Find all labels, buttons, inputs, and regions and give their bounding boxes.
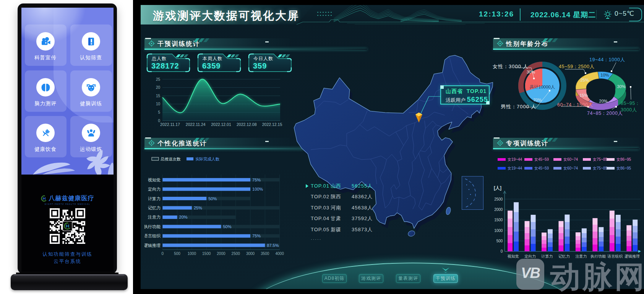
special-training-chart: 女19~44女45~59女60~74女75~85女86~95女19~44女45~…: [493, 151, 644, 262]
svg-text:20%: 20%: [599, 99, 608, 103]
svg-text:视知觉: 视知觉: [508, 254, 519, 258]
svg-text:5: 5: [158, 110, 160, 114]
brand-logo-icon: [41, 195, 47, 202]
kiosk-base-highlight: [14, 274, 125, 276]
svg-text:女86~95: 女86~95: [616, 157, 631, 162]
svg-text:50%: 50%: [208, 196, 217, 201]
kiosk-tile-2[interactable]: 认知筛查: [70, 24, 112, 66]
donut-callout-19-44: 19~44：1000人: [589, 57, 625, 63]
svg-text:定向力: 定向力: [148, 187, 161, 191]
screen-frame-top: [133, 0, 644, 5]
svg-text:15%: 15%: [579, 93, 588, 98]
panel-compass-icon: [148, 40, 155, 47]
svg-text:记忆力: 记忆力: [148, 206, 161, 210]
donut-callout-74-85: 74~85：2000人: [587, 110, 623, 117]
tile-icon-circle: [36, 78, 55, 96]
svg-text:500: 500: [174, 252, 180, 256]
panel-corner-tick: [145, 38, 151, 39]
panel-corner-tick: [145, 137, 151, 139]
svg-text:女75~85: 女75~85: [593, 157, 608, 162]
svg-text:87.5%: 87.5%: [267, 243, 279, 248]
screening-notebook-icon: [86, 36, 96, 47]
stat-card-1: 总人数 328172: [146, 53, 191, 73]
stat-label: 总人数: [152, 56, 167, 62]
inset-dashes: [462, 176, 483, 209]
brand-subtitle: EIGHT-HERTZ HEALTH MEDICAL: [21, 203, 114, 205]
top-list-row-1: TOP.01山西56255人: [306, 183, 373, 193]
brain-exercise-icon: [86, 82, 96, 93]
watermark-logo: VB: [516, 259, 544, 290]
panel-slash: [552, 138, 558, 142]
kiosk-caption-line2: 云平台系统: [21, 258, 114, 265]
panel-underline-p4: [493, 148, 639, 149]
tile-icon-circle: [36, 124, 55, 142]
map-tooltip: 山西省 TOP.01 活跃用户 56255: [440, 85, 490, 105]
svg-text:50%: 50%: [223, 224, 231, 229]
stat-label: 本周人数: [203, 56, 222, 62]
push-stats-chart: 总推送次数实际完成人数05001000150020002500300035004…: [144, 152, 290, 260]
svg-text:500: 500: [496, 239, 503, 243]
svg-text:2022.11.24: 2022.11.24: [186, 122, 206, 127]
tile-label: 健脑训练: [70, 100, 112, 107]
tooltip-title: 山西省 TOP.01: [446, 88, 487, 95]
panel-slash: [552, 38, 558, 42]
svg-text:30%: 30%: [617, 84, 626, 89]
active-row-arrow-icon: [306, 184, 308, 188]
kiosk-tile-1[interactable]: 科普宣传: [25, 24, 67, 66]
video-camera-icon: [41, 36, 51, 47]
kiosk-tile-3[interactable]: 脑力测评: [25, 70, 67, 112]
svg-text:女45~59: 女45~59: [534, 166, 549, 170]
svg-text:2022.12.08: 2022.12.08: [237, 122, 257, 127]
svg-text:70%: 70%: [533, 98, 542, 102]
top-list-row-3: TOP.03河南45638人: [306, 204, 373, 215]
tile-icon-circle: [82, 78, 100, 96]
svg-text:1500: 1500: [202, 252, 211, 256]
svg-text:女19~44: 女19~44: [508, 157, 522, 162]
brain-icon: [41, 82, 51, 93]
screenshot-stage: 科普宣传认知筛查脑力测评健脑训练健康饮食运动锻炼 八赫兹健康医疗 EIGHT-H…: [0, 0, 644, 294]
panel-dash-p2: [265, 141, 269, 142]
kiosk-base: [11, 274, 128, 290]
leaf-decoration: [21, 150, 114, 175]
svg-text:0: 0: [162, 252, 164, 256]
kiosk-tile-4[interactable]: 健脑训练: [70, 70, 112, 112]
top-list-row-2: TOP.02陕西48362人: [306, 193, 373, 204]
stat-value: 328172: [151, 62, 179, 70]
tile-icon-circle: [36, 32, 55, 51]
donut-callout-45-59: 45~59：2500人: [559, 64, 594, 70]
panel-header-p4: 专项训练统计: [493, 138, 639, 148]
panel-compass-icon: [497, 140, 503, 146]
tile-icon-circle: [82, 32, 100, 51]
svg-text:15: 15: [156, 94, 161, 98]
stat-value: 6359: [202, 62, 221, 70]
top-list-row-5: TOP.05新疆35873人: [306, 226, 373, 237]
svg-text:1000: 1000: [188, 252, 196, 256]
tile-label: 认知筛查: [70, 54, 112, 61]
panel-dash-p4: [614, 141, 617, 142]
svg-text:实际完成人数: 实际完成人数: [195, 157, 220, 161]
panel-header-p1: 干预训练统计: [144, 38, 290, 49]
svg-text:25%: 25%: [194, 206, 202, 210]
svg-text:3500: 3500: [261, 252, 269, 256]
svg-text:女45~59: 女45~59: [534, 157, 549, 162]
svg-text:执行功能: 执行功能: [144, 224, 161, 229]
svg-text:0: 0: [501, 249, 503, 253]
header-date: 2022.06.14 星期二: [530, 10, 596, 20]
stat-card-2: 本周人数 6359: [197, 53, 242, 73]
top-list-more: ·····: [311, 237, 373, 242]
donut-callout-60-74: 60~74：1500人: [557, 102, 593, 108]
panel-dash-p1: [265, 41, 269, 42]
screen-frame-left: [133, 0, 141, 294]
header-separator: [520, 8, 521, 21]
svg-text:25%: 25%: [580, 78, 589, 82]
svg-text:2022.12.15: 2022.12.15: [262, 122, 282, 127]
svg-text:总推送次数: 总推送次数: [160, 157, 181, 161]
svg-text:75%: 75%: [252, 178, 261, 182]
svg-text:女60~74: 女60~74: [563, 157, 578, 162]
svg-text:2500: 2500: [232, 252, 240, 256]
tooltip-value-row: 活跃用户 56255: [446, 96, 488, 104]
kiosk-lower-panel: 八赫兹健康医疗 EIGHT-HERTZ HEALTH MEDICAL 认知功能筛…: [21, 175, 114, 272]
panel-title: 性别年龄分布: [506, 40, 548, 48]
fork-knife-icon: [41, 128, 51, 138]
tile-label: 科普宣传: [25, 54, 67, 61]
